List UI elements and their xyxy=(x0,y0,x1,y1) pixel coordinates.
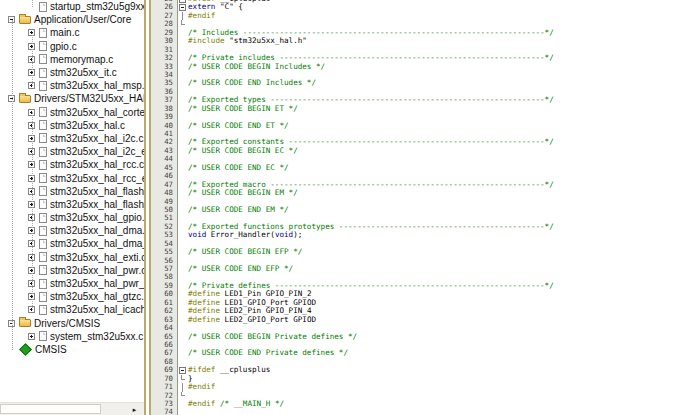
tree-row[interactable]: Application/User/Core xyxy=(0,13,144,26)
scroll-right-arrow-icon[interactable]: ► xyxy=(128,404,141,415)
code-line[interactable]: 30#include "stm32u5xx_hal.h" xyxy=(151,37,690,45)
tree-row-label: main.c xyxy=(47,27,79,38)
code-line[interactable]: 74 xyxy=(151,408,690,415)
tree-row[interactable]: stm32u5xx_hal_gtzc.c xyxy=(0,290,144,303)
code-line[interactable]: 69#ifdef __cplusplus xyxy=(151,366,690,374)
fold-margin[interactable] xyxy=(178,3,187,11)
source-file-icon xyxy=(39,133,47,143)
tree-row[interactable]: startup_stm32u5g9xx.s xyxy=(0,0,144,13)
tree-row[interactable]: system_stm32u5xx.c xyxy=(0,330,144,343)
code-text: #endif xyxy=(187,12,215,20)
tree-horizontal-scrollbar[interactable]: ► xyxy=(0,402,144,415)
tree-row[interactable]: stm32u5xx_hal_i2c_ex.c xyxy=(0,145,144,158)
fold-margin xyxy=(178,63,187,71)
expand-icon[interactable] xyxy=(28,333,35,340)
tree-row-label: stm32u5xx_it.c xyxy=(47,67,117,78)
code-line[interactable]: 26extern "C" { xyxy=(151,3,690,11)
tree-row[interactable]: Drivers/STM32U5xx_HAL_Dri xyxy=(0,92,144,105)
tree-row[interactable]: stm32u5xx_hal_pwr.c xyxy=(0,264,144,277)
code-text: #define LED2_GPIO_Port GPIOD xyxy=(187,316,316,324)
code-line[interactable]: 67/* USER CODE END Private defines */ xyxy=(151,349,690,357)
fold-margin xyxy=(178,273,187,281)
code-line[interactable]: 43/* USER CODE BEGIN EC */ xyxy=(151,147,690,155)
tree-guide-line xyxy=(32,33,33,86)
tree-row[interactable]: stm32u5xx_hal_dma_ex.c xyxy=(0,237,144,250)
code-line[interactable]: 48/* USER CODE BEGIN EM */ xyxy=(151,189,690,197)
tree-row-label: stm32u5xx_hal_flash.c xyxy=(47,186,144,197)
code-line[interactable]: 50/* USER CODE END EM */ xyxy=(151,206,690,214)
fold-margin xyxy=(178,138,187,146)
tree-row[interactable]: gpio.c xyxy=(0,40,144,53)
code-line[interactable]: 33/* USER CODE BEGIN Includes */ xyxy=(151,63,690,71)
source-file-icon xyxy=(39,160,47,170)
code-line[interactable]: 53void Error_Handler(void); xyxy=(151,231,690,239)
source-file-icon xyxy=(39,173,47,183)
code-line[interactable]: 38/* USER CODE BEGIN ET */ xyxy=(151,105,690,113)
fold-end-icon xyxy=(181,375,185,380)
fold-margin xyxy=(178,307,187,315)
tree-row[interactable]: stm32u5xx_hal_flash_ex.c xyxy=(0,198,144,211)
fold-margin xyxy=(178,400,187,408)
project-tree-rows: startup_stm32u5g9xx.sApplication/User/Co… xyxy=(0,0,144,356)
tree-row[interactable]: stm32u5xx_hal_msp.c xyxy=(0,79,144,92)
source-file-icon xyxy=(39,2,47,12)
code-text: /* USER CODE END Private defines */ xyxy=(187,349,348,357)
fold-margin xyxy=(178,375,187,383)
tree-row-label: stm32u5xx_hal_rcc.c xyxy=(47,159,144,170)
code-text: void Error_Handler(void); xyxy=(187,231,302,239)
tree-row[interactable]: stm32u5xx_hal_rcc_ex.c xyxy=(0,171,144,184)
tree-row-label: gpio.c xyxy=(47,41,77,52)
code-line[interactable]: 71#endif xyxy=(151,383,690,391)
tree-row[interactable]: stm32u5xx_hal_pwr_ex.c xyxy=(0,277,144,290)
source-file-icon xyxy=(39,147,47,157)
code-line[interactable]: 73#endif /* __MAIN_H */ xyxy=(151,400,690,408)
fold-collapse-icon[interactable] xyxy=(179,367,186,374)
tree-row[interactable]: Drivers/CMSIS xyxy=(0,317,144,330)
code-lines: 25#ifdef __cplusplus26extern "C" {27#end… xyxy=(151,0,690,415)
tree-row[interactable]: stm32u5xx_hal_exti.c xyxy=(0,251,144,264)
tree-row[interactable]: stm32u5xx_hal_icache.c xyxy=(0,303,144,316)
fold-margin xyxy=(178,164,187,172)
code-line[interactable]: 40/* USER CODE END ET */ xyxy=(151,122,690,130)
panel-splitter[interactable] xyxy=(144,0,151,415)
tree-row[interactable]: stm32u5xx_hal_i2c.c xyxy=(0,132,144,145)
code-line[interactable]: 45/* USER CODE END EC */ xyxy=(151,164,690,172)
tree-row[interactable]: stm32u5xx_hal_flash.c xyxy=(0,185,144,198)
tree-hscroll-thumb[interactable] xyxy=(0,404,101,414)
tree-row[interactable]: stm32u5xx_hal_dma.c xyxy=(0,224,144,237)
fold-margin[interactable] xyxy=(178,366,187,374)
code-line[interactable]: 27#endif xyxy=(151,12,690,20)
code-text: /* USER CODE END ET */ xyxy=(187,122,289,130)
code-line[interactable]: 57/* USER CODE END EFP */ xyxy=(151,265,690,273)
code-text: /* USER CODE BEGIN ET */ xyxy=(187,105,298,113)
tree-row[interactable]: stm32u5xx_it.c xyxy=(0,66,144,79)
tree-row-label: stm32u5xx_hal_rcc_ex.c xyxy=(47,173,144,184)
tree-row[interactable]: main.c xyxy=(0,26,144,39)
tree-row[interactable]: CMSIS xyxy=(0,343,144,356)
code-line[interactable]: 65/* USER CODE BEGIN Private defines */ xyxy=(151,333,690,341)
code-line[interactable]: 35/* USER CODE END Includes */ xyxy=(151,79,690,87)
code-editor[interactable]: 25#ifdef __cplusplus26extern "C" {27#end… xyxy=(151,0,690,415)
code-line[interactable]: 63#define LED2_GPIO_Port GPIOD xyxy=(151,316,690,324)
fold-collapse-icon[interactable] xyxy=(179,0,186,3)
fold-margin xyxy=(178,231,187,239)
fold-margin xyxy=(178,12,187,20)
tree-row[interactable]: stm32u5xx_hal_cortex.c xyxy=(0,106,144,119)
tree-row[interactable]: stm32u5xx_hal.c xyxy=(0,119,144,132)
folder-icon xyxy=(19,95,31,103)
code-line[interactable]: 55/* USER CODE BEGIN EFP */ xyxy=(151,248,690,256)
line-number[interactable]: 74 xyxy=(151,408,178,415)
tree-row[interactable]: stm32u5xx_hal_gpio.c xyxy=(0,211,144,224)
code-line[interactable]: 70} xyxy=(151,375,690,383)
tree-row-label: stm32u5xx_hal_exti.c xyxy=(47,252,144,263)
tree-row[interactable]: memorymap.c xyxy=(0,53,144,66)
tree-row-label: stm32u5xx_hal_dma_ex.c xyxy=(47,238,144,249)
fold-margin xyxy=(178,79,187,87)
fold-margin xyxy=(178,147,187,155)
fold-collapse-icon[interactable] xyxy=(179,4,186,11)
source-file-icon xyxy=(39,305,47,315)
tree-row[interactable]: stm32u5xx_hal_rcc.c xyxy=(0,158,144,171)
fold-margin xyxy=(178,240,187,248)
fold-margin xyxy=(178,282,187,290)
fold-margin xyxy=(178,54,187,62)
